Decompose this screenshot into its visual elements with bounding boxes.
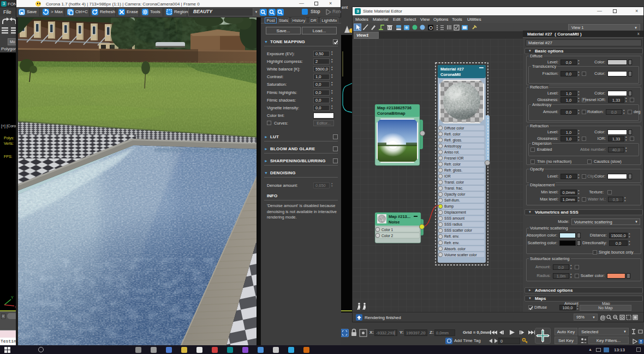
- svg-text:CoronaMtl: CoronaMtl: [440, 72, 461, 77]
- svg-text:Map #2138625736: Map #2138625736: [377, 105, 412, 110]
- svg-text:Fresnel IOR: Fresnel IOR: [444, 156, 464, 160]
- svg-text:Volume scatter color: Volume scatter color: [444, 253, 478, 257]
- svg-text:Self-illum.: Self-illum.: [444, 198, 460, 202]
- svg-text:IOR: IOR: [444, 174, 451, 178]
- svg-text:CoronaBitmap: CoronaBitmap: [377, 111, 406, 116]
- svg-text:Transl. frac.: Transl. frac.: [444, 186, 463, 190]
- svg-text:SSS scatter color: SSS scatter color: [444, 228, 473, 232]
- svg-text:Displacement: Displacement: [444, 210, 466, 215]
- svg-text:Refl. color: Refl. color: [444, 132, 461, 136]
- svg-text:Diffuse color: Diffuse color: [444, 126, 464, 130]
- svg-text:Refr. color: Refr. color: [444, 162, 461, 166]
- svg-text:Opacity color: Opacity color: [444, 192, 466, 197]
- svg-text:Absorb. color: Absorb. color: [444, 247, 466, 251]
- svg-text:SSS amount: SSS amount: [444, 216, 464, 220]
- svg-text:Transl. color: Transl. color: [444, 180, 464, 184]
- svg-text:Map #213...: Map #213...: [389, 214, 410, 219]
- svg-text:SSS radius: SSS radius: [444, 222, 463, 226]
- svg-text:Refl. env.: Refl. env.: [444, 234, 460, 238]
- svg-text:Noise: Noise: [389, 220, 399, 225]
- svg-text:Color 2: Color 2: [381, 234, 393, 238]
- svg-text:Bump: Bump: [444, 204, 454, 209]
- svg-text:Aniso rot.: Aniso rot.: [444, 150, 460, 154]
- svg-text:Refr. env.: Refr. env.: [444, 241, 460, 245]
- svg-text:Refl. gloss.: Refl. gloss.: [444, 138, 462, 143]
- svg-text:Y: Y: [11, 296, 14, 299]
- svg-text:Anisotropy: Anisotropy: [444, 144, 462, 149]
- svg-text:Material #27: Material #27: [440, 67, 464, 72]
- svg-text:Refr. gloss.: Refr. gloss.: [444, 168, 462, 173]
- svg-text:Color 1: Color 1: [381, 228, 393, 232]
- svg-text:O: O: [429, 25, 433, 31]
